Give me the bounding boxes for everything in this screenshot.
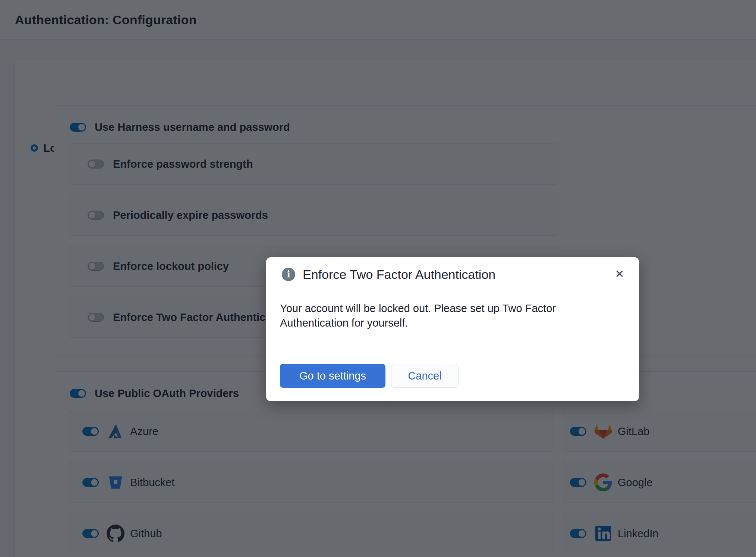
modal-actions: Go to settings Cancel xyxy=(280,364,459,388)
info-icon: i xyxy=(282,268,295,281)
go-to-settings-button[interactable]: Go to settings xyxy=(280,364,385,388)
two-factor-modal: i Enforce Two Factor Authentication ✕ Yo… xyxy=(266,257,639,401)
cancel-button[interactable]: Cancel xyxy=(391,364,459,388)
modal-title: Enforce Two Factor Authentication xyxy=(303,267,495,282)
modal-body-text: Your account will be locked out. Please … xyxy=(280,301,589,330)
close-icon[interactable]: ✕ xyxy=(611,265,628,282)
